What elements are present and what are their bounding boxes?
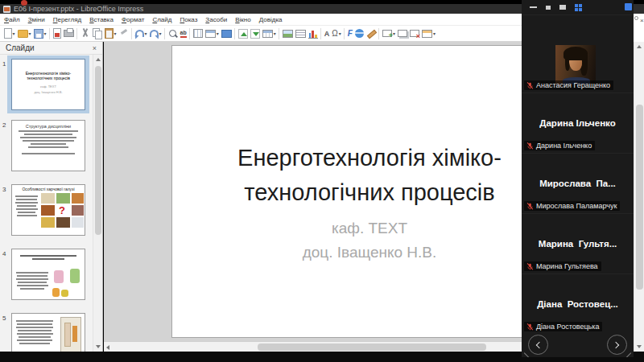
paste-button[interactable]: ▾: [103, 27, 118, 40]
slide-thumbnail-1[interactable]: 1 Енерготехнологія хіміко-технологічних …: [0, 59, 93, 117]
slide-layout-button[interactable]: ▾: [420, 27, 436, 40]
participant-tile[interactable]: Марина Гультя... Марина Гультяева: [522, 213, 634, 274]
gallery-view-icon[interactable]: [575, 4, 582, 11]
thumb-text-block: [15, 319, 54, 344]
slide-subtitle-1: каф. ТЕХТ: [172, 220, 567, 237]
small-view-icon[interactable]: [546, 6, 551, 10]
insert-textbox-button[interactable]: [294, 27, 307, 40]
slide-2-preview: Структура дисципліни: [11, 120, 85, 171]
hyperlink-button[interactable]: [353, 27, 365, 40]
clone-formatting-button[interactable]: [118, 27, 130, 40]
slides-panel-title: Слайди: [6, 43, 35, 52]
menu-insert[interactable]: Вставка: [85, 14, 118, 26]
document-close-icon[interactable]: ×: [640, 17, 644, 24]
resize-handle[interactable]: [523, 349, 530, 356]
special-character-button[interactable]: Ω▾: [331, 27, 343, 40]
menu-slideshow[interactable]: Показ: [175, 14, 201, 26]
participant-tile-video[interactable]: Анастасия Геращенко: [522, 14, 634, 93]
fontwork-button[interactable]: F: [346, 27, 353, 40]
thumb-text-block: [14, 194, 39, 216]
slide-thumbnail-3[interactable]: 3 Особливості харчової галузі ?: [0, 184, 93, 245]
recording-indicator: [21, 0, 27, 6]
views-button[interactable]: ▾: [204, 27, 220, 40]
scrollbar-thumb[interactable]: [95, 66, 101, 235]
open-button[interactable]: ▾: [16, 27, 32, 40]
participant-tile[interactable]: Діана Ростовец... Діана Ростовецька: [522, 274, 634, 334]
insert-image-button[interactable]: [281, 27, 294, 40]
spelling-button[interactable]: ab: [179, 27, 188, 40]
scroll-left-icon[interactable]: [106, 345, 109, 350]
previous-page-button[interactable]: [528, 335, 548, 355]
scrollbar-thumb[interactable]: [258, 343, 486, 351]
insert-chart-button[interactable]: [307, 27, 319, 40]
menu-help[interactable]: Довідка: [255, 14, 287, 26]
table-button[interactable]: ▾: [261, 27, 277, 40]
copy-button[interactable]: [91, 27, 103, 40]
equipment-detail: [64, 323, 71, 347]
scroll-down-icon[interactable]: [96, 345, 101, 348]
slides-panel-close-icon[interactable]: ×: [93, 44, 97, 52]
menu-format[interactable]: Формат: [118, 14, 148, 26]
speaker-view-icon[interactable]: [625, 3, 632, 10]
move-slide-up-button[interactable]: [237, 27, 249, 40]
resize-handle[interactable]: [625, 349, 632, 356]
new-button[interactable]: ▾: [2, 27, 16, 40]
minimize-icon[interactable]: [530, 6, 537, 8]
scroll-up-icon[interactable]: [96, 58, 101, 61]
menu-view[interactable]: Перегляд: [49, 14, 86, 26]
participant-tile[interactable]: Дарина Ільченко Дарина Ільченко: [522, 93, 634, 153]
thumb-image: [72, 193, 84, 204]
print-button[interactable]: [62, 27, 75, 40]
question-mark: ?: [59, 205, 65, 216]
scroll-up-icon[interactable]: [637, 45, 642, 48]
text-line: [17, 323, 52, 325]
text-line: [31, 143, 66, 145]
grid-button[interactable]: [192, 27, 204, 40]
text-line: [17, 339, 52, 341]
cartoon-figure: [70, 269, 80, 283]
slide-thumbnail-5[interactable]: 5: [0, 313, 93, 352]
slide-1-preview: Енерготехнологія хіміко-технологічних пр…: [11, 59, 85, 110]
menu-window[interactable]: Вікно: [231, 14, 255, 26]
scroll-down-icon[interactable]: [637, 345, 642, 348]
slide-thumbnail-2[interactable]: 2 Структура дисципліни: [0, 120, 93, 181]
slide-number: 3: [2, 186, 6, 193]
redo-button[interactable]: ▾: [148, 27, 163, 40]
slides-panel-scrollbar[interactable]: [93, 55, 102, 352]
large-view-icon[interactable]: [559, 5, 566, 10]
text-line: [16, 199, 37, 200]
text-line: [22, 153, 75, 154]
text-line: [15, 202, 38, 204]
slide-subtitle-2: доц. Іващенко Н.В.: [172, 244, 567, 261]
zoom-meeting-panel: Анастасия Геращенко Дарина Ільченко Дари…: [522, 0, 634, 357]
next-page-button[interactable]: [607, 335, 627, 355]
new-slide-button[interactable]: ▾: [381, 27, 396, 40]
vertical-scrollbar[interactable]: [634, 42, 644, 352]
draw-functions-button[interactable]: [365, 27, 377, 40]
participant-tile[interactable]: Мирослава Па... Мирослава Паламарчук: [522, 153, 634, 213]
sidebar-settings-icon[interactable]: [634, 16, 638, 20]
save-button[interactable]: ▾: [32, 27, 47, 40]
move-slide-down-button[interactable]: [249, 27, 261, 40]
normal-view-button[interactable]: [220, 27, 233, 40]
menu-slide[interactable]: Слайд: [148, 14, 175, 26]
slide-thumbnail-4[interactable]: 4: [0, 249, 93, 310]
insert-text-frame-button[interactable]: A: [323, 27, 331, 40]
thumb-image: [41, 205, 55, 216]
export-pdf-button[interactable]: [52, 27, 62, 40]
slide-title: Енерготехнологія хіміко-технологічних пр…: [172, 141, 567, 210]
text-line: [20, 288, 44, 290]
participant-label: Мирослава Паламарчук: [524, 201, 620, 211]
menu-tools[interactable]: Засоби: [201, 14, 231, 26]
menu-file[interactable]: Файл: [0, 14, 24, 26]
slide-canvas[interactable]: Енерготехнологія хіміко-технологічних пр…: [171, 45, 568, 338]
undo-button[interactable]: ▾: [134, 27, 148, 40]
scrollbar-thumb[interactable]: [636, 105, 643, 290]
participant-name: Марина Гультяева: [536, 262, 598, 270]
slides-panel: Слайди × 1 Енерготехнологія хіміко-техно…: [0, 42, 103, 352]
delete-slide-button[interactable]: [408, 27, 420, 40]
menu-edit[interactable]: Зміни: [24, 14, 49, 26]
find-replace-button[interactable]: [167, 27, 179, 40]
duplicate-slide-button[interactable]: [396, 27, 408, 40]
cut-button[interactable]: [79, 27, 91, 40]
